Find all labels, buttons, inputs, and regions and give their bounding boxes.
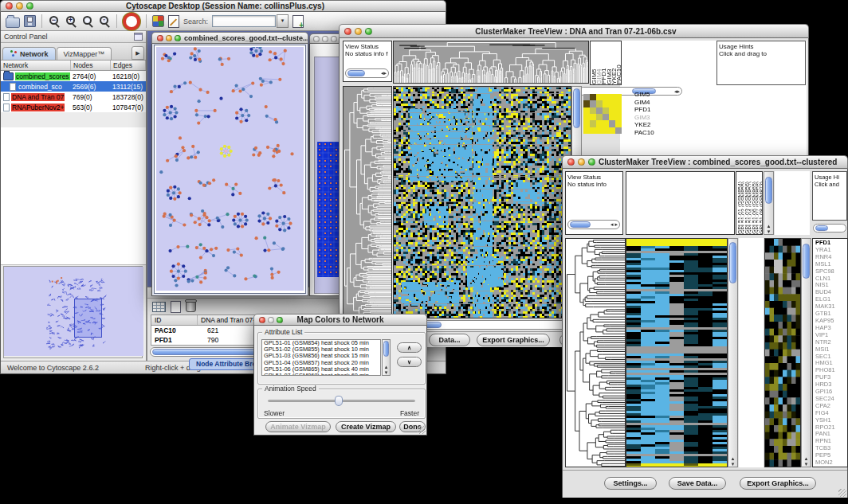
dialog-titlebar[interactable]: Map Colors to Network: [253, 314, 427, 326]
attribute-listbox[interactable]: GPL51-01 (GSM854) heat shock 05 minGPL51…: [261, 339, 381, 376]
network-titlebar[interactable]: combined_scores_good.txt--cluste...: [151, 32, 308, 44]
network-overview-panel[interactable]: [3, 266, 143, 358]
network-overview-canvas[interactable]: [4, 267, 143, 356]
save-data-button[interactable]: Data...: [429, 334, 470, 346]
zoom-fit-icon[interactable]: [81, 15, 94, 28]
minimize-button[interactable]: [16, 2, 23, 10]
treeview1-titlebar[interactable]: ClusterMaker TreeView : DNA and Tran 07-…: [339, 24, 809, 38]
zoom-out-icon[interactable]: −: [48, 15, 61, 28]
animate-vizmap-button[interactable]: Animate Vizmap: [265, 421, 331, 432]
resize-grip[interactable]: [418, 426, 426, 434]
close-button[interactable]: [157, 35, 163, 41]
mini-heatmap[interactable]: [583, 94, 622, 134]
vizmapper-icon[interactable]: [152, 15, 164, 27]
help-icon[interactable]: [123, 13, 140, 30]
gene-label[interactable]: GIM5: [634, 91, 654, 99]
gene-list-item[interactable]: MON2: [815, 459, 847, 467]
export-graphics-button[interactable]: Export Graphics...: [740, 477, 816, 490]
scrollbar-arrows[interactable]: ◂▸: [674, 88, 680, 95]
scrollbar-arrows[interactable]: ▴▾: [383, 364, 390, 375]
delete-attribute-icon[interactable]: [186, 301, 196, 312]
scrollbar-thumb[interactable]: [573, 88, 580, 128]
tab-vizmapper[interactable]: VizMapper™: [57, 47, 112, 60]
zoom-button[interactable]: [26, 2, 33, 10]
row-dendrogram[interactable]: [344, 87, 391, 318]
gene-label[interactable]: GIM3: [634, 114, 654, 122]
search-field[interactable]: [212, 15, 276, 27]
network-canvas[interactable]: [156, 47, 304, 291]
speed-slider-thumb[interactable]: [335, 396, 343, 406]
close-button[interactable]: [6, 2, 13, 10]
scrollbar-thumb[interactable]: [803, 244, 810, 279]
col-network[interactable]: Network: [1, 61, 71, 70]
treeview2-titlebar[interactable]: ClusterMaker TreeView : combined_scores_…: [562, 155, 848, 169]
usage-hscrollbar[interactable]: [813, 224, 846, 232]
scrollbar-thumb[interactable]: [815, 225, 828, 231]
row-dendrogram[interactable]: [566, 239, 625, 467]
network2-titlebar[interactable]: [309, 33, 343, 44]
search-dropdown-icon[interactable]: ▾: [277, 14, 289, 28]
zoom-button[interactable]: [175, 35, 181, 41]
attribute-table-icon[interactable]: [152, 302, 166, 312]
tab-network[interactable]: Network: [2, 47, 56, 60]
listbox-vscrollbar[interactable]: ▴▾: [382, 339, 391, 376]
attribute-item[interactable]: GPL51-07 (GSM868) heat shock 60 min: [264, 373, 380, 376]
gene-label[interactable]: YKE2: [634, 121, 654, 129]
zoom-button[interactable]: [365, 28, 372, 35]
minimize-button[interactable]: [268, 317, 274, 323]
move-down-button[interactable]: ∨: [397, 357, 422, 367]
minimize-button[interactable]: [166, 35, 172, 41]
labels-vscrollbar[interactable]: ▴▾: [764, 171, 774, 235]
dense-cluster-grid[interactable]: [317, 142, 341, 277]
gene-label[interactable]: GIM4: [634, 99, 654, 107]
close-button[interactable]: [259, 317, 265, 323]
status-hscrollbar[interactable]: ◂▸: [345, 68, 389, 78]
zoom-selected-icon[interactable]: ▫: [98, 15, 111, 28]
scrollbar-arrows[interactable]: ▴▾: [728, 455, 737, 467]
plugin-icon[interactable]: [292, 15, 304, 28]
zoom-button[interactable]: [331, 36, 337, 42]
edit-icon[interactable]: [168, 15, 179, 28]
minimize-button[interactable]: [355, 28, 362, 35]
genelist-vscrollbar[interactable]: ▴▾: [801, 238, 811, 467]
move-up-button[interactable]: ∧: [397, 342, 422, 353]
network2-canvas-area[interactable]: [314, 57, 341, 294]
zoom-button[interactable]: [588, 158, 595, 166]
column-label[interactable]: GIM3: [607, 41, 611, 84]
column-label[interactable]: PFD1: [601, 41, 606, 84]
close-button[interactable]: [313, 36, 320, 42]
close-button[interactable]: [344, 28, 351, 35]
close-button[interactable]: [567, 158, 575, 166]
save-data-button[interactable]: Save Data...: [669, 477, 726, 490]
scrollbar-arrows[interactable]: ◂ ▸: [610, 221, 618, 229]
main-titlebar[interactable]: Cytoscape Desktop (Session Name: collins…: [0, 0, 446, 12]
column-dendrogram[interactable]: [394, 41, 588, 83]
col-nodes[interactable]: Nodes: [71, 61, 111, 70]
heatmap-vscrollbar[interactable]: ▴▾: [728, 238, 738, 467]
float-panel-icon[interactable]: [134, 33, 143, 41]
resize-grip[interactable]: [838, 489, 846, 497]
column-label[interactable]: PAC10: [616, 41, 621, 84]
column-label[interactable]: GPL51-08 (GSM872): [759, 172, 762, 234]
gene-label[interactable]: PFD1: [634, 106, 654, 114]
network-table-row[interactable]: DNA and Tran 07769(0)183728(0): [1, 92, 146, 102]
heatmap-canvas[interactable]: [394, 87, 571, 318]
network-table-row[interactable]: RNAPuberNov2+563(0)107847(0): [1, 102, 146, 112]
save-icon[interactable]: [24, 15, 36, 27]
col-edges[interactable]: Edges: [111, 61, 146, 70]
new-attribute-icon[interactable]: [171, 301, 181, 313]
scrollbar-thumb[interactable]: [383, 341, 389, 357]
zoom-heatmap-canvas[interactable]: [765, 239, 800, 467]
network-table-row[interactable]: combined_sco2569(6)13112(15): [1, 81, 146, 92]
scrollbar-arrows[interactable]: ▴▾: [764, 223, 773, 234]
minimize-button[interactable]: [322, 36, 328, 42]
scrollbar-arrows[interactable]: ▴▾: [802, 455, 811, 467]
minimize-button[interactable]: [578, 158, 585, 166]
zoom-button[interactable]: [277, 317, 283, 323]
scrollbar-thumb[interactable]: [347, 70, 365, 76]
export-graphics-button[interactable]: Export Graphics...: [477, 334, 550, 346]
column-label[interactable]: YKE2: [611, 41, 616, 84]
column-label[interactable]: GPL51-07 (GSM868): [755, 172, 758, 234]
create-vizmap-button[interactable]: Create Vizmap: [336, 421, 396, 432]
scrollbar-thumb[interactable]: [729, 242, 736, 283]
